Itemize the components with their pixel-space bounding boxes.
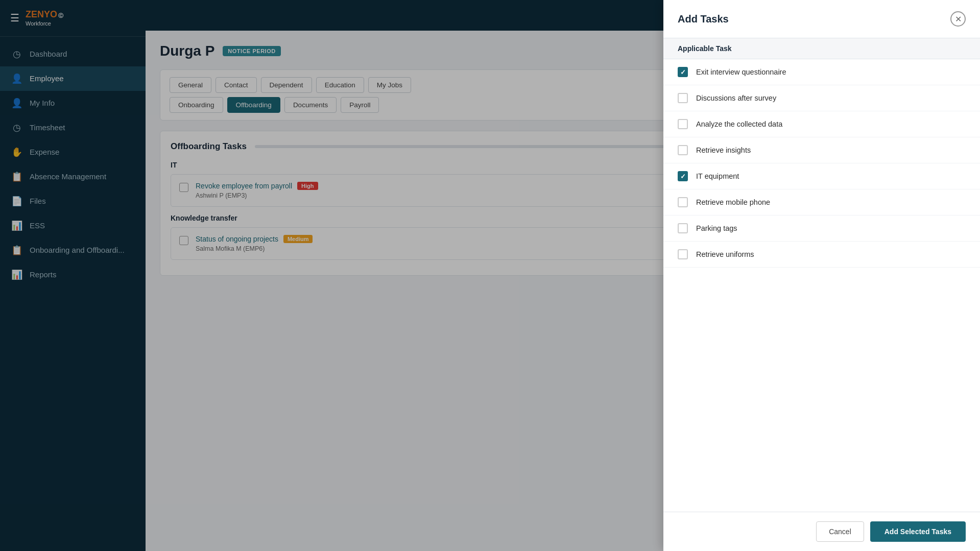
modal-checkbox-uniforms[interactable] bbox=[678, 249, 688, 259]
modal-checkbox-insights[interactable] bbox=[678, 145, 688, 155]
modal-task-it-equipment: IT equipment bbox=[663, 163, 980, 189]
applicable-task-header: Applicable Task bbox=[663, 38, 980, 59]
cancel-button[interactable]: Cancel bbox=[816, 521, 864, 542]
modal-task-discussions: Discussions after survey bbox=[663, 85, 980, 111]
modal-checkbox-it-equipment[interactable] bbox=[678, 171, 688, 181]
modal-task-insights: Retrieve insights bbox=[663, 137, 980, 163]
modal-close-button[interactable]: ✕ bbox=[950, 11, 966, 27]
modal-checkbox-parking[interactable] bbox=[678, 223, 688, 233]
modal-task-label-mobile: Retrieve mobile phone bbox=[696, 198, 770, 206]
modal-task-uniforms: Retrieve uniforms bbox=[663, 242, 980, 268]
modal-task-mobile: Retrieve mobile phone bbox=[663, 189, 980, 215]
modal-checkbox-discussions[interactable] bbox=[678, 93, 688, 103]
modal-footer: Cancel Add Selected Tasks bbox=[663, 512, 980, 551]
modal-task-label-uniforms: Retrieve uniforms bbox=[696, 250, 754, 258]
modal-task-label-parking: Parking tags bbox=[696, 224, 737, 232]
modal-checkbox-analyze[interactable] bbox=[678, 119, 688, 129]
modal-checkbox-exit-interview[interactable] bbox=[678, 67, 688, 77]
modal-title: Add Tasks bbox=[678, 13, 729, 25]
modal-task-exit-interview: Exit interview questionnaire bbox=[663, 59, 980, 85]
modal-task-label-it-equipment: IT equipment bbox=[696, 172, 739, 180]
modal-checkbox-mobile[interactable] bbox=[678, 197, 688, 207]
modal-header: Add Tasks ✕ bbox=[663, 0, 980, 38]
modal-task-analyze: Analyze the collected data bbox=[663, 111, 980, 137]
modal-task-label-exit-interview: Exit interview questionnaire bbox=[696, 68, 786, 76]
modal-task-label-discussions: Discussions after survey bbox=[696, 94, 776, 102]
modal-task-label-insights: Retrieve insights bbox=[696, 146, 751, 154]
modal-overlay: Add Tasks ✕ Applicable Task Exit intervi… bbox=[0, 0, 980, 551]
modal-task-parking: Parking tags bbox=[663, 215, 980, 242]
add-tasks-modal: Add Tasks ✕ Applicable Task Exit intervi… bbox=[663, 0, 980, 551]
modal-body: Applicable Task Exit interview questionn… bbox=[663, 38, 980, 512]
modal-task-label-analyze: Analyze the collected data bbox=[696, 120, 782, 128]
add-selected-tasks-button[interactable]: Add Selected Tasks bbox=[870, 521, 966, 542]
